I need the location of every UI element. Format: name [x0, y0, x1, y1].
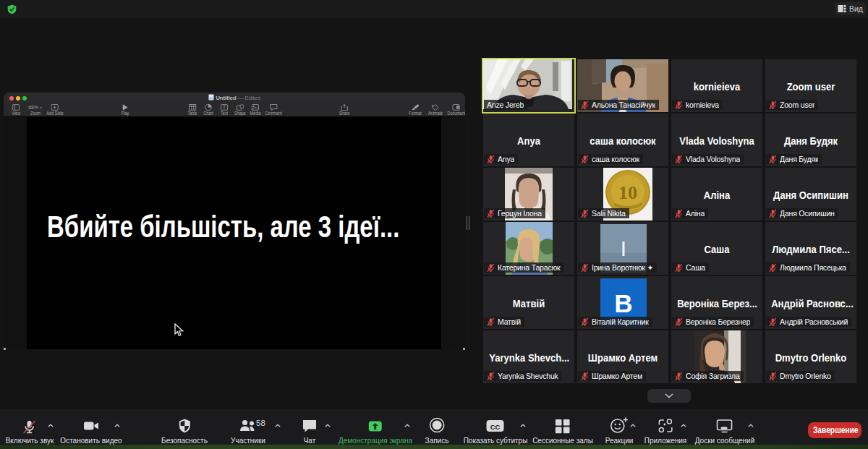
svg-text:CC: CC: [490, 423, 501, 431]
svg-text:T: T: [223, 104, 226, 109]
svg-text:B: B: [614, 289, 632, 317]
svg-text:I: I: [621, 236, 626, 260]
svg-text:10: 10: [618, 182, 637, 203]
